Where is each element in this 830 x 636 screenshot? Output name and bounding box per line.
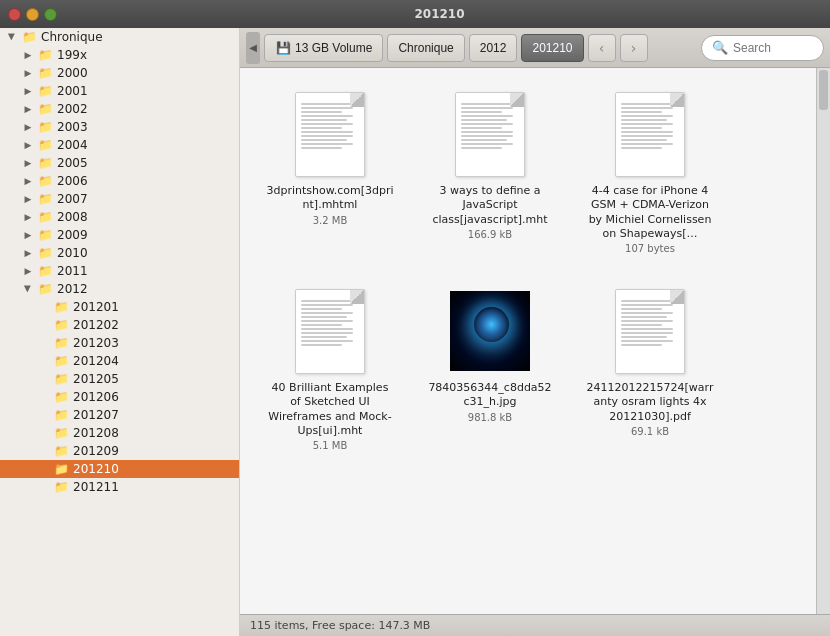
- sidebar-item-2006[interactable]: ▶2006: [0, 172, 239, 190]
- sidebar-item-201209[interactable]: 201209: [0, 442, 239, 460]
- file-size-file4: 5.1 MB: [313, 440, 348, 451]
- sidebar-item-201201[interactable]: 201201: [0, 298, 239, 316]
- doc-icon-file3: [615, 92, 685, 177]
- file-grid: 3dprintshow.com[3dprint].mhtml3.2 MB3 wa…: [240, 68, 816, 614]
- file-item-file4[interactable]: 40 Brilliant Examples of Sketched UI Wir…: [260, 280, 400, 457]
- folder-icon-2001: [36, 84, 54, 98]
- close-button[interactable]: [8, 8, 21, 21]
- tree-label-201210: 201210: [73, 462, 119, 476]
- sidebar-item-2010[interactable]: ▶2010: [0, 244, 239, 262]
- sidebar-item-2001[interactable]: ▶2001: [0, 82, 239, 100]
- file-item-file2[interactable]: 3 ways to define a JavaScript class[java…: [420, 83, 560, 260]
- file-thumb-file1: [290, 89, 370, 179]
- breadcrumb-201210[interactable]: 201210: [521, 34, 583, 62]
- tree-arrow-2009: ▶: [20, 230, 36, 240]
- toolbar: ◀ 💾 13 GB Volume Chronique 2012 201210 ‹…: [240, 28, 830, 68]
- sidebar-item-2012[interactable]: ▶2012: [0, 280, 239, 298]
- sidebar-item-2004[interactable]: ▶2004: [0, 136, 239, 154]
- folder-icon-201206: [52, 390, 70, 404]
- sidebar-item-2002[interactable]: ▶2002: [0, 100, 239, 118]
- file-size-file5: 981.8 kB: [468, 412, 512, 423]
- tree-arrow-2006: ▶: [20, 176, 36, 186]
- file-size-file3: 107 bytes: [625, 243, 675, 254]
- folder-icon-2012: [36, 282, 54, 296]
- sidebar-item-2000[interactable]: ▶2000: [0, 64, 239, 82]
- file-item-file6[interactable]: 24112012215724[warranty osram lights 4x …: [580, 280, 720, 457]
- tree-label-2005: 2005: [57, 156, 88, 170]
- scrollbar-track: [816, 68, 830, 614]
- search-box[interactable]: 🔍: [701, 35, 824, 61]
- tree-label-2001: 2001: [57, 84, 88, 98]
- folder-icon-2008: [36, 210, 54, 224]
- folder-icon-199x: [36, 48, 54, 62]
- file-item-file3[interactable]: 4-4 case for iPhone 4 GSM + CDMA-Verizon…: [580, 83, 720, 260]
- tree-label-chronique: Chronique: [41, 30, 103, 44]
- folder-icon-2006: [36, 174, 54, 188]
- tree-label-201207: 201207: [73, 408, 119, 422]
- tree-label-2011: 2011: [57, 264, 88, 278]
- folder-icon-201203: [52, 336, 70, 350]
- sidebar-item-2007[interactable]: ▶2007: [0, 190, 239, 208]
- folder-icon-201204: [52, 354, 70, 368]
- folder-icon-2004: [36, 138, 54, 152]
- file-item-file5[interactable]: 7840356344_c8dda52c31_h.jpg981.8 kB: [420, 280, 560, 457]
- folder-icon-201211: [52, 480, 70, 494]
- main-layout: ▶Chronique▶199x▶2000▶2001▶2002▶2003▶2004…: [0, 28, 830, 636]
- tree-label-201205: 201205: [73, 372, 119, 386]
- tree-label-2003: 2003: [57, 120, 88, 134]
- image-preview-file5: [450, 291, 530, 371]
- sidebar-item-201203[interactable]: 201203: [0, 334, 239, 352]
- tree-arrow-2007: ▶: [20, 194, 36, 204]
- sidebar-item-2009[interactable]: ▶2009: [0, 226, 239, 244]
- tree-arrow-2011: ▶: [20, 266, 36, 276]
- folder-icon-2000: [36, 66, 54, 80]
- sidebar-item-2003[interactable]: ▶2003: [0, 118, 239, 136]
- file-thumb-file5: [450, 286, 530, 376]
- volume-button[interactable]: 💾 13 GB Volume: [264, 34, 383, 62]
- tree-label-201202: 201202: [73, 318, 119, 332]
- scrollbar-thumb[interactable]: [819, 70, 828, 110]
- sidebar-item-199x[interactable]: ▶199x: [0, 46, 239, 64]
- window-title: 201210: [57, 7, 822, 21]
- sidebar-item-chronique[interactable]: ▶Chronique: [0, 28, 239, 46]
- sidebar-item-2011[interactable]: ▶2011: [0, 262, 239, 280]
- breadcrumb-chronique[interactable]: Chronique: [387, 34, 464, 62]
- sidebar-toggle[interactable]: ◀: [246, 32, 260, 64]
- nav-forward-button[interactable]: ›: [620, 34, 648, 62]
- tree-arrow-2003: ▶: [20, 122, 36, 132]
- sidebar-item-201202[interactable]: 201202: [0, 316, 239, 334]
- tree-arrow-chronique: ▶: [7, 29, 17, 45]
- tree-arrow-199x: ▶: [20, 50, 36, 60]
- doc-icon-file1: [295, 92, 365, 177]
- file-thumb-file6: [610, 286, 690, 376]
- tree-label-199x: 199x: [57, 48, 87, 62]
- sidebar-item-201205[interactable]: 201205: [0, 370, 239, 388]
- sidebar-item-201206[interactable]: 201206: [0, 388, 239, 406]
- tree-label-2007: 2007: [57, 192, 88, 206]
- breadcrumb-2012[interactable]: 2012: [469, 34, 518, 62]
- search-input[interactable]: [733, 41, 813, 55]
- search-icon: 🔍: [712, 40, 728, 55]
- maximize-button[interactable]: [44, 8, 57, 21]
- file-size-file1: 3.2 MB: [313, 215, 348, 226]
- sidebar-item-201211[interactable]: 201211: [0, 478, 239, 496]
- tree-label-201211: 201211: [73, 480, 119, 494]
- sidebar-item-2005[interactable]: ▶2005: [0, 154, 239, 172]
- tree-label-201208: 201208: [73, 426, 119, 440]
- sidebar-item-201208[interactable]: 201208: [0, 424, 239, 442]
- tree-label-201203: 201203: [73, 336, 119, 350]
- sidebar-item-201210[interactable]: 201210: [0, 460, 239, 478]
- tree-label-2012: 2012: [57, 282, 88, 296]
- minimize-button[interactable]: [26, 8, 39, 21]
- sidebar-item-2008[interactable]: ▶2008: [0, 208, 239, 226]
- file-item-file1[interactable]: 3dprintshow.com[3dprint].mhtml3.2 MB: [260, 83, 400, 260]
- sidebar-item-201207[interactable]: 201207: [0, 406, 239, 424]
- folder-icon-201201: [52, 300, 70, 314]
- tree-label-2006: 2006: [57, 174, 88, 188]
- sidebar-item-201204[interactable]: 201204: [0, 352, 239, 370]
- folder-icon-2010: [36, 246, 54, 260]
- folder-icon-201208: [52, 426, 70, 440]
- tree-label-2004: 2004: [57, 138, 88, 152]
- nav-back-button[interactable]: ‹: [588, 34, 616, 62]
- folder-icon-2009: [36, 228, 54, 242]
